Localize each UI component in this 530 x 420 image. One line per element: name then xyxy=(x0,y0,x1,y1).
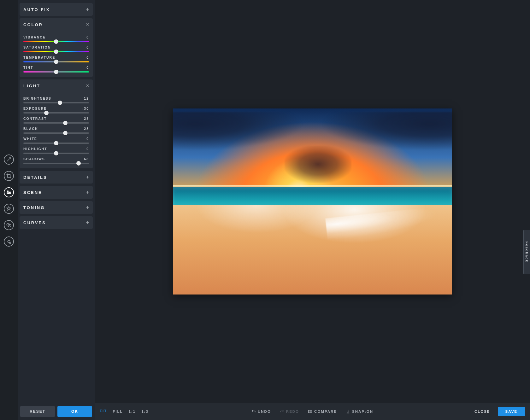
slider-tint: Tint0 xyxy=(23,66,89,73)
slider-thumb[interactable] xyxy=(44,111,49,115)
slider-label: Contrast xyxy=(23,117,47,120)
slider-thumb[interactable] xyxy=(63,121,68,125)
section-color: Color×Vibrance0Saturation0Temperature0Ti… xyxy=(20,18,93,77)
plus-icon[interactable]: + xyxy=(86,205,89,210)
svg-point-2 xyxy=(8,193,9,194)
slider-track[interactable] xyxy=(23,71,89,73)
close-icon[interactable]: × xyxy=(86,83,89,88)
slider-value: 0 xyxy=(86,147,89,151)
slider-value: 0 xyxy=(86,137,89,141)
slider-thumb[interactable] xyxy=(54,151,58,155)
crop-icon[interactable] xyxy=(4,171,14,181)
canvas[interactable] xyxy=(95,0,530,403)
section-header[interactable]: Curves+ xyxy=(20,216,93,229)
image-preview xyxy=(173,108,452,295)
undo-button[interactable]: Undo xyxy=(251,409,271,414)
auto-fix-icon[interactable] xyxy=(4,155,14,165)
section-title: Scene xyxy=(23,190,42,195)
slider-thumb[interactable] xyxy=(54,70,58,74)
section-title: Curves xyxy=(23,220,46,225)
slider-track[interactable] xyxy=(23,153,89,154)
section-title: Details xyxy=(23,175,47,180)
tool-rail xyxy=(0,0,18,420)
section-title: Auto Fix xyxy=(23,7,50,12)
slider-track[interactable] xyxy=(23,143,89,144)
effects-icon[interactable] xyxy=(4,204,14,214)
slider-track[interactable] xyxy=(23,51,89,52)
plus-icon[interactable]: + xyxy=(86,220,89,225)
section-header[interactable]: Color× xyxy=(20,18,93,31)
slider-track[interactable] xyxy=(23,41,89,42)
slider-label: Saturation xyxy=(23,45,51,49)
slider-vibrance: Vibrance0 xyxy=(23,35,89,42)
section-body: Brightness12Exposure-30Contrast28Black28… xyxy=(20,92,93,168)
slider-track[interactable] xyxy=(23,102,89,103)
compare-button[interactable]: Compare xyxy=(308,409,337,414)
zoom-fill[interactable]: Fill xyxy=(113,410,123,413)
slider-track[interactable] xyxy=(23,122,89,124)
slider-thumb[interactable] xyxy=(54,39,58,44)
slider-label: Vibrance xyxy=(23,35,46,39)
slider-white: White0 xyxy=(23,137,89,144)
section-title: Color xyxy=(23,22,43,27)
save-button[interactable]: Save xyxy=(498,407,525,416)
slider-value: 0 xyxy=(86,66,89,69)
section-title: Toning xyxy=(23,205,45,210)
plus-icon[interactable]: + xyxy=(86,190,89,195)
section-title: Light xyxy=(23,84,40,88)
close-button[interactable]: Close xyxy=(471,407,493,416)
slider-value: 0 xyxy=(86,45,89,49)
slider-track[interactable] xyxy=(23,112,89,114)
reset-button[interactable]: Reset xyxy=(20,406,55,417)
panel-footer: Reset OK xyxy=(18,403,95,420)
section-auto-fix: Auto Fix+ xyxy=(20,3,93,16)
action-group: Close Save xyxy=(471,407,525,416)
overlays-icon[interactable] xyxy=(4,220,14,230)
slider-thumb[interactable] xyxy=(54,50,58,54)
slider-thumb[interactable] xyxy=(58,101,62,105)
slider-track[interactable] xyxy=(23,61,89,62)
slider-label: Tint xyxy=(23,66,33,69)
retouch-icon[interactable] xyxy=(4,236,14,247)
plus-icon[interactable]: + xyxy=(86,7,89,12)
section-header[interactable]: Details+ xyxy=(20,171,93,184)
slider-value: 28 xyxy=(84,117,89,120)
slider-value: 28 xyxy=(84,127,89,131)
slider-track[interactable] xyxy=(23,163,89,164)
slider-thumb[interactable] xyxy=(54,60,58,64)
slider-track[interactable] xyxy=(23,132,89,134)
slider-thumb[interactable] xyxy=(63,131,68,135)
slider-exposure: Exposure-30 xyxy=(23,107,89,114)
feedback-tab[interactable]: Feedback xyxy=(523,230,530,274)
slider-label: Temperature xyxy=(23,55,55,59)
svg-point-1 xyxy=(9,192,10,193)
zoom-1-3[interactable]: 1:3 xyxy=(141,410,149,413)
slider-thumb[interactable] xyxy=(54,141,58,145)
zoom-1-1[interactable]: 1:1 xyxy=(129,410,136,413)
snap-button[interactable]: Snap:On xyxy=(346,409,373,414)
close-icon[interactable]: × xyxy=(86,22,89,27)
svg-rect-7 xyxy=(309,410,310,413)
svg-point-6 xyxy=(9,242,11,244)
section-header[interactable]: Light× xyxy=(20,79,93,92)
redo-label: Redo xyxy=(286,410,299,413)
undo-label: Undo xyxy=(258,410,271,413)
svg-rect-8 xyxy=(310,410,312,413)
slider-thumb[interactable] xyxy=(76,161,81,166)
section-header[interactable]: Scene+ xyxy=(20,186,93,199)
slider-highlight: Highlight0 xyxy=(23,147,89,154)
slider-value: 12 xyxy=(84,96,89,100)
plus-icon[interactable]: + xyxy=(86,175,89,180)
zoom-fit[interactable]: Fit xyxy=(100,409,107,414)
section-toning: Toning+ xyxy=(20,201,93,214)
compare-label: Compare xyxy=(314,410,337,413)
section-header[interactable]: Auto Fix+ xyxy=(20,3,93,16)
redo-button: Redo xyxy=(280,409,299,414)
section-curves: Curves+ xyxy=(20,216,93,229)
section-header[interactable]: Toning+ xyxy=(20,201,93,214)
slider-value: -30 xyxy=(82,107,89,110)
ok-button[interactable]: OK xyxy=(57,406,92,417)
slider-label: Shadows xyxy=(23,157,45,161)
slider-black: Black28 xyxy=(23,127,89,134)
adjust-icon[interactable] xyxy=(4,187,14,197)
